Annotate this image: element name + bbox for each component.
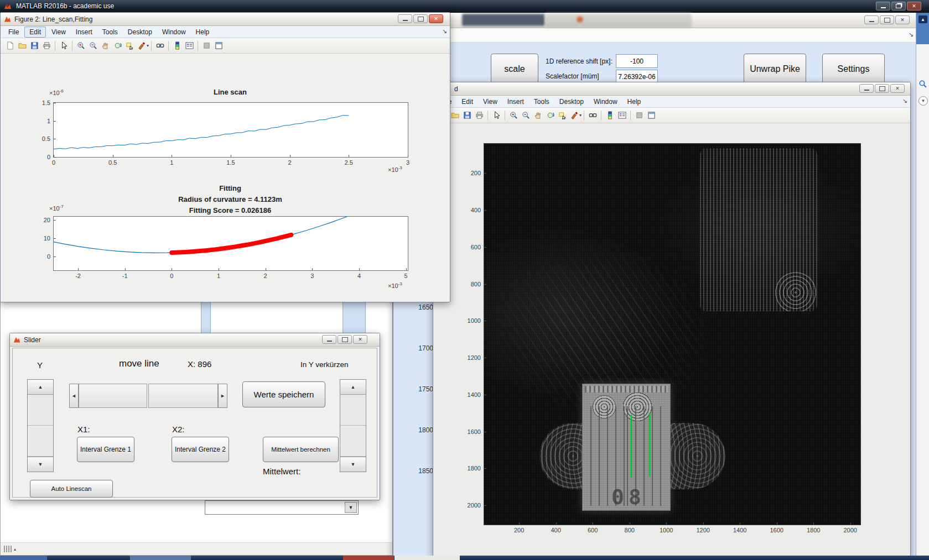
dock-plain-icon[interactable]	[633, 109, 645, 122]
menu-insert[interactable]: Insert	[71, 27, 97, 37]
menu-insert[interactable]: Insert	[503, 97, 528, 107]
slider-track[interactable]	[340, 426, 366, 457]
dock-plain-icon[interactable]	[200, 40, 212, 52]
menu-edit[interactable]: Edit	[457, 97, 478, 107]
menu-overflow-icon[interactable]: ↘	[902, 97, 907, 104]
menu-view[interactable]: View	[47, 27, 70, 37]
taskbar-item[interactable]	[343, 556, 394, 560]
line-scan-plot[interactable]: 00.511.522.5300.511.5	[53, 102, 408, 158]
save-figure-icon[interactable]	[461, 109, 473, 122]
image-axes[interactable]: 08 2004006008001000120014001600180020002…	[484, 143, 861, 525]
slider-minimize-button[interactable]	[322, 335, 336, 344]
link-plots-icon[interactable]	[154, 40, 166, 52]
brush-dropdown-icon[interactable]: ▾	[147, 43, 149, 48]
slider-left-button[interactable]: ◄	[69, 384, 79, 408]
menu-window[interactable]: Window	[158, 27, 190, 37]
figure-image-minimize-button[interactable]	[859, 84, 874, 93]
auto-linescan-button[interactable]: Auto Linescan	[30, 480, 113, 498]
menu-tools[interactable]: Tools	[530, 97, 554, 107]
zoom-out-icon[interactable]	[87, 40, 99, 52]
link-plots-icon[interactable]	[587, 109, 599, 122]
menu-desktop[interactable]: Desktop	[123, 27, 157, 37]
interval-grenze-1-button[interactable]: Interval Grenze 1	[77, 437, 134, 462]
unwrap-pike-button[interactable]: Unwrap Pike	[744, 54, 806, 85]
brush-icon[interactable]	[136, 40, 148, 52]
search-icon[interactable]	[918, 80, 927, 91]
main-titlebar[interactable]: MATLAB R2016b - academic use ✕	[0, 0, 929, 13]
y-position-slider-right[interactable]: ▲ ▼	[340, 379, 366, 472]
slider-right-button[interactable]: ►	[218, 384, 227, 408]
brush-dropdown-icon[interactable]: ▾	[579, 113, 582, 118]
zoom-in-icon[interactable]	[75, 40, 87, 52]
menu-help[interactable]: Help	[623, 97, 646, 107]
figure-image-titlebar[interactable]: d ✕	[433, 82, 910, 96]
y-position-slider-left[interactable]: ▲ ▼	[27, 379, 54, 472]
insert-legend-icon[interactable]	[616, 109, 628, 122]
open-folder-icon[interactable]	[16, 40, 28, 52]
taskbar-item[interactable]	[395, 556, 460, 560]
gui-close-button[interactable]: ✕	[895, 15, 910, 24]
fitting-plot[interactable]: -2-101234501020	[53, 216, 408, 271]
insert-legend-icon[interactable]	[183, 40, 195, 52]
main-restore-button[interactable]	[891, 2, 906, 11]
settings-button[interactable]: Settings	[822, 54, 885, 85]
desktop-dock-icon[interactable]: ▲	[918, 15, 927, 23]
open-folder-icon[interactable]	[449, 109, 461, 122]
brush-icon[interactable]	[568, 109, 580, 122]
taskbar-item[interactable]	[130, 556, 191, 560]
slider-track[interactable]	[340, 395, 366, 426]
figure2-maximize-button[interactable]	[413, 14, 428, 23]
ref-shift-input[interactable]	[616, 54, 658, 68]
linescan-marker-line[interactable]	[631, 415, 632, 478]
menu-overflow-icon[interactable]: ↘	[909, 31, 914, 38]
werte-speichern-button[interactable]: Werte speichern	[242, 381, 325, 407]
slider-track[interactable]	[79, 384, 147, 408]
statusbar-grabber[interactable]: ▴	[4, 546, 16, 552]
slider-up-button[interactable]: ▲	[28, 380, 53, 395]
zoom-in-icon[interactable]	[507, 109, 520, 122]
menu-file[interactable]: File	[4, 27, 23, 37]
insert-colorbar-icon[interactable]	[171, 40, 183, 52]
scale-button[interactable]: scale	[491, 54, 538, 85]
gui-minimize-button[interactable]	[864, 15, 879, 24]
slider-track[interactable]	[28, 426, 53, 457]
menu-view[interactable]: View	[479, 97, 502, 107]
print-icon[interactable]	[40, 40, 53, 52]
slider-down-button[interactable]: ▼	[28, 457, 53, 472]
taskbar[interactable]	[0, 556, 929, 560]
slider-up-button[interactable]: ▲	[340, 380, 366, 395]
figure2-titlebar[interactable]: Figure 2: Line_scan,Fitting ✕	[1, 13, 450, 26]
menu-help[interactable]: Help	[191, 27, 214, 37]
linescan-marker-line[interactable]	[649, 413, 650, 476]
figure2-close-button[interactable]: ✕	[429, 14, 443, 23]
menu-tools[interactable]: Tools	[98, 27, 122, 37]
interval-grenze-2-button[interactable]: Interval Grenze 2	[172, 437, 229, 462]
slider-thumb[interactable]	[148, 384, 218, 408]
pan-hand-icon[interactable]	[532, 109, 544, 122]
menu-desktop[interactable]: Desktop	[555, 97, 588, 107]
insert-colorbar-icon[interactable]	[604, 109, 616, 122]
save-figure-icon[interactable]	[28, 40, 40, 52]
dropdown-circle-icon[interactable]: ▼	[918, 96, 928, 106]
taskbar-item[interactable]	[0, 556, 47, 560]
move-line-slider[interactable]: ◄ ►	[69, 384, 229, 408]
rotate-3d-icon[interactable]	[111, 40, 123, 52]
rotate-3d-icon[interactable]	[544, 109, 556, 122]
menu-edit[interactable]: Edit	[24, 27, 46, 38]
background-combo-field[interactable]: ▼	[205, 500, 359, 515]
cursor-arrow-icon[interactable]	[490, 109, 502, 122]
slider-close-button[interactable]: ✕	[353, 335, 367, 344]
data-cursor-icon[interactable]	[556, 109, 568, 122]
combo-dropdown-icon[interactable]: ▼	[345, 502, 357, 513]
zoom-out-icon[interactable]	[520, 109, 532, 122]
slider-maximize-button[interactable]	[338, 335, 352, 344]
main-minimize-button[interactable]	[876, 2, 890, 11]
gui-maximize-button[interactable]	[880, 15, 894, 24]
new-document-icon[interactable]	[4, 40, 16, 52]
menu-window[interactable]: Window	[589, 97, 622, 107]
data-cursor-icon[interactable]	[123, 40, 136, 52]
slider-titlebar[interactable]: Slider ✕	[10, 333, 380, 347]
menu-overflow-icon[interactable]: ↘	[442, 28, 447, 35]
dock-window-icon[interactable]	[212, 40, 225, 52]
pan-hand-icon[interactable]	[99, 40, 111, 52]
